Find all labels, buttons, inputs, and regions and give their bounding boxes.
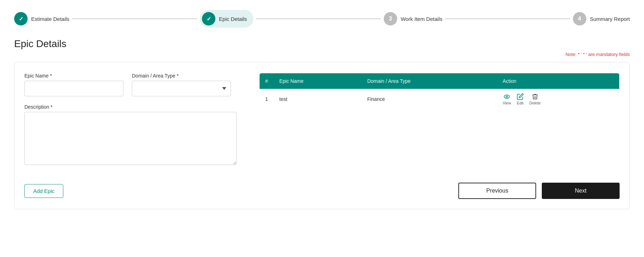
delete-icon [532, 93, 539, 100]
row-number: 1 [260, 89, 274, 110]
row-epic-name: test [274, 89, 362, 110]
connector-1 [72, 18, 197, 19]
connector-3 [445, 18, 570, 19]
domain-area-type-select[interactable]: Finance HR IT [132, 81, 231, 96]
form-row-1: Epic Name * Domain / Area Type * Finance… [24, 73, 251, 96]
step-3-number: 3 [389, 16, 392, 22]
step-2-circle: ✓ [202, 12, 215, 25]
checkmark-icon-2: ✓ [207, 16, 211, 22]
row-domain-area-type: Finance [361, 89, 497, 110]
epic-details-card: Epic Name * Domain / Area Type * Finance… [14, 62, 630, 209]
checkmark-icon: ✓ [19, 16, 23, 22]
svg-point-0 [504, 95, 510, 98]
step-4-label: Summary Report [590, 16, 630, 22]
epic-name-group: Epic Name * [24, 73, 123, 96]
note-detail: ' * ' are mandatory fields [581, 52, 630, 57]
delete-label: Delete [529, 101, 541, 105]
table-header-row: # Epic Name Domain / Area Type Action [260, 73, 620, 89]
step-1-circle: ✓ [14, 12, 28, 25]
nav-buttons: Previous Next [458, 183, 620, 199]
row-actions: View Edit [497, 89, 619, 110]
step-4-circle: 4 [573, 12, 586, 25]
step-4-number: 4 [578, 16, 581, 22]
note-label: Note: [565, 52, 576, 57]
view-action[interactable]: View [503, 93, 511, 105]
epic-table: # Epic Name Domain / Area Type Action 1 … [259, 73, 620, 110]
add-epic-button[interactable]: Add Epic [24, 184, 63, 198]
description-label: Description * [24, 104, 237, 110]
step-work-item-details[interactable]: 3 Work Item Details [384, 12, 442, 25]
view-label: View [503, 101, 511, 105]
step-epic-details[interactable]: ✓ Epic Details [200, 10, 253, 28]
step-estimate-details[interactable]: ✓ Estimate Details [14, 12, 69, 25]
col-action: Action [497, 73, 619, 89]
col-domain-area-type: Domain / Area Type [361, 73, 497, 89]
epic-name-input[interactable] [24, 81, 123, 96]
mandatory-note: Note: * ' * ' are mandatory fields [14, 52, 630, 57]
domain-area-type-label: Domain / Area Type * [132, 73, 231, 79]
next-button[interactable]: Next [542, 183, 620, 199]
epic-name-label: Epic Name * [24, 73, 123, 79]
col-epic-name: Epic Name [274, 73, 362, 89]
description-textarea[interactable] [24, 112, 237, 165]
step-1-label: Estimate Details [31, 16, 69, 22]
connector-2 [256, 18, 381, 19]
delete-action[interactable]: Delete [529, 93, 541, 105]
stepper: ✓ Estimate Details ✓ Epic Details 3 Work… [14, 0, 630, 38]
step-3-circle: 3 [384, 12, 397, 25]
view-icon [503, 93, 510, 100]
description-group: Description * [24, 104, 237, 165]
col-number: # [260, 73, 274, 89]
page-title: Epic Details [14, 38, 630, 50]
form-row-2: Description * [24, 104, 251, 165]
action-icons: View Edit [503, 93, 614, 105]
domain-area-type-group: Domain / Area Type * Finance HR IT [132, 73, 231, 96]
svg-point-1 [506, 96, 507, 97]
buttons-row: Add Epic Previous Next [24, 183, 620, 199]
table-section: # Epic Name Domain / Area Type Action 1 … [259, 73, 620, 110]
previous-button[interactable]: Previous [458, 183, 536, 199]
card-inner: Epic Name * Domain / Area Type * Finance… [24, 73, 620, 173]
step-2-label: Epic Details [219, 16, 247, 22]
form-section: Epic Name * Domain / Area Type * Finance… [24, 73, 251, 173]
step-3-label: Work Item Details [401, 16, 442, 22]
edit-label: Edit [517, 101, 523, 105]
edit-icon [517, 93, 524, 100]
step-summary-report[interactable]: 4 Summary Report [573, 12, 630, 25]
table-row: 1 test Finance [260, 89, 620, 110]
edit-action[interactable]: Edit [517, 93, 524, 105]
